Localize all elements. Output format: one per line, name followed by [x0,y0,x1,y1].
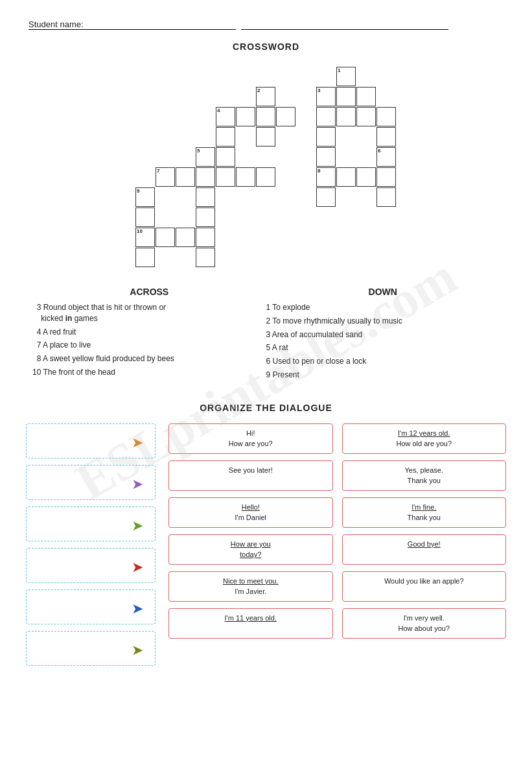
across-clue-8: 8 A sweet yellow fluid produced by bees [32,353,266,364]
crossword-cell [316,127,336,147]
crossword-cell [196,167,215,187]
dialogue-card-imfine: I'm fine.Thank you [342,497,507,528]
down-clue-6: 6 Used to pen or close a lock [266,356,500,367]
dialogue-pair-2: See you later! Yes, please.Thank you [168,460,506,491]
dialogue-slot-2: ➤ [26,465,156,500]
dialogue-slot-6: ➤ [26,631,156,666]
crossword-cell [236,107,255,126]
crossword-cell: 8 [316,167,336,187]
crossword-cell [236,167,255,187]
crossword-cell [356,167,376,187]
crossword-cell [256,107,275,126]
dialogue-cards: Hi!How are you? I'm 12 years old.How old… [168,423,506,666]
crossword-cell [216,167,235,187]
crossword-cell: 2 [256,87,275,106]
across-clue-10: 10 The front of the head [32,367,266,378]
dialogue-card-12years: I'm 12 years old.How old are you? [342,423,507,454]
dialogue-card-imverywell: I'm very well.How about you? [342,608,507,639]
across-clues: ACROSS 3 Round object that is hit or thr… [32,287,266,383]
crossword-cell [135,207,155,227]
student-name-section: Student name: [26,19,506,30]
down-clue-9: 9 Present [266,370,500,381]
down-clue-1: 1 To explode [266,302,500,313]
down-clues: DOWN 1 To explode 2 To move rhythmically… [266,287,500,383]
crossword-cell [196,228,215,247]
crossword-cell [276,107,295,126]
crossword-cell: 6 [376,147,396,167]
crossword-cell: 4 [216,107,235,126]
crossword-cell: 9 [135,187,155,207]
dialogue-slot-1: ➤ [26,423,156,458]
dialogue-card-nicetomeet: Nice to meet you.I'm Javier. [168,571,333,602]
dialogue-card-seeyou: See you later! [168,460,333,491]
crossword-cell [316,147,336,167]
crossword-cell [376,167,396,187]
dialogue-card-wouldyou: Would you like an apple? [342,571,507,602]
crossword-cell [376,107,396,126]
dialogue-card-hi: Hi!How are you? [168,423,333,454]
dialogue-card-11years: I'm 11 years old. [168,608,333,639]
crossword-cell [356,87,376,106]
crossword-cell: 1 [336,67,356,86]
dialogue-slot-5: ➤ [26,589,156,624]
crossword-cell: 3 [316,87,336,106]
across-clue-4: 4 A red fruit [32,327,266,338]
dialogue-container: ➤ ➤ ➤ ➤ ➤ ➤ Hi!How are you? I'm 12 years… [26,423,506,666]
down-clue-3: 3 Area of accumulated sand [266,329,500,340]
crossword-cell: 7 [156,167,175,187]
crossword-cell [216,127,235,147]
crossword-cell [316,107,336,126]
dialogue-pair-4: How are youtoday? Good bye! [168,534,506,565]
dialogue-pair-6: I'm 11 years old. I'm very well.How abou… [168,608,506,639]
crossword-cell [196,207,215,227]
crossword-cell [336,107,356,126]
crossword-cell [376,127,396,147]
down-clue-5: 5 A rat [266,342,500,353]
dialogue-card-yesplease: Yes, please.Thank you [342,460,507,491]
crossword-cell [316,187,336,207]
dialogue-pair-3: Hello!I'm Daniel I'm fine.Thank you [168,497,506,528]
crossword-cell [176,228,195,247]
student-name-underline [241,19,448,30]
dialogue-pair-1: Hi!How are you? I'm 12 years old.How old… [168,423,506,454]
dialogue-card-hello: Hello!I'm Daniel [168,497,333,528]
across-clue-7: 7 A place to live [32,340,266,351]
crossword-cell [156,228,175,247]
crossword-cell [376,187,396,207]
arrow-olive-icon: ➤ [132,642,150,655]
crossword-cell [216,147,235,167]
dialogue-card-goodbye: Good bye! [342,534,507,565]
arrow-green-icon: ➤ [132,517,150,530]
arrow-orange-icon: ➤ [132,434,150,447]
across-clue-3: 3 Round object that is hit or thrown or … [32,302,266,324]
dialogue-card-howare: How are youtoday? [168,534,333,565]
crossword-grid: 12345678910 [132,64,400,271]
crossword-cell [256,167,275,187]
crossword-title: CROSSWORD [26,41,506,52]
crossword-cell [196,187,215,207]
crossword-cell: 5 [196,147,215,167]
dialogue-slot-3: ➤ [26,506,156,541]
clues-section: ACROSS 3 Round object that is hit or thr… [26,287,506,383]
arrow-red-icon: ➤ [132,559,150,572]
crossword-cell [336,167,356,187]
student-name-label: Student name: [29,19,236,30]
dialogue-slot-4: ➤ [26,548,156,583]
dialogue-pair-5: Nice to meet you.I'm Javier. Would you l… [168,571,506,602]
crossword-cell [356,107,376,126]
down-clue-2: 2 To move rhythmically usually to music [266,316,500,327]
crossword-cell [135,248,155,267]
crossword-cell: 10 [135,228,155,247]
arrow-blue-icon: ➤ [132,600,150,613]
arrow-purple-icon: ➤ [132,476,150,489]
across-title: ACROSS [32,287,266,297]
dialogue-title: ORGANIZE THE DIALOGUE [26,403,506,413]
dialogue-slots: ➤ ➤ ➤ ➤ ➤ ➤ [26,423,156,666]
down-title: DOWN [266,287,500,297]
crossword-cell [176,167,195,187]
crossword-cell [196,248,215,267]
crossword-cell [336,87,356,106]
crossword-cell [256,127,275,147]
